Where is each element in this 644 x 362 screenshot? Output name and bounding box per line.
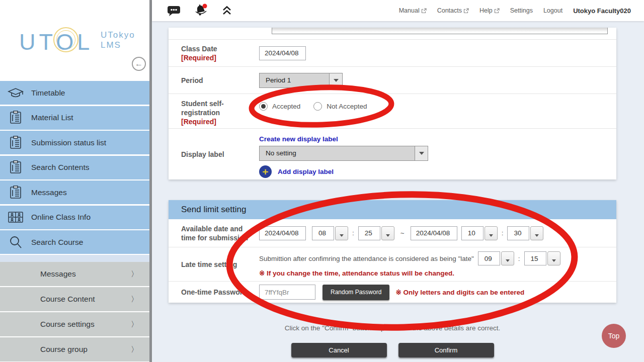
end-hour-input[interactable]: 10 [461,226,484,240]
manual-link[interactable]: Manual [399,7,427,14]
one-time-password-label: One-time Password [169,288,259,297]
radio-not-accepted-label: Not Accepted [327,103,367,110]
radio-not-accepted[interactable] [313,102,322,111]
sidebar-item-timetable[interactable]: Timetable [0,81,149,105]
magnifier-icon [0,235,31,249]
sidebar-item-online-class-info[interactable]: Online Class Info [0,206,149,229]
spinner-icon[interactable] [485,226,498,240]
display-label-select[interactable]: No setting [259,146,428,161]
external-link-icon [463,8,469,14]
password-note: ※ Only letters and digits can be entered [395,288,524,296]
start-date-input[interactable]: 2024/04/08 [259,226,306,240]
cancel-button[interactable]: Cancel [291,343,387,357]
spinner-icon[interactable] [381,226,394,240]
sidebar-submenu: Messages 〉 Course Content 〉 Course setti… [0,262,149,362]
one-time-password-input[interactable]: 7ffYfqBr [259,285,315,300]
late-hour-input[interactable]: 09 [478,251,500,265]
sidebar: UTOL UTokyo LMS ← Timetable Material Lis… [0,0,149,362]
class-info-form-card: Class Date [Required] 2024/04/08 Period … [169,28,616,179]
title-input-partial[interactable] [272,28,608,34]
sidebar-spacer [0,255,149,262]
plus-icon[interactable]: + [259,165,272,178]
end-hour-group: 10 [461,226,498,240]
radio-accepted[interactable] [259,102,268,111]
class-date-input[interactable]: 2024/04/08 [259,46,306,60]
required-tag: [Required] [181,53,259,62]
period-label: Period [169,76,259,85]
create-display-label-link[interactable]: Create new display label [259,135,616,143]
notification-bell-icon[interactable] [194,4,209,18]
spinner-icon[interactable] [530,226,543,240]
username: Utokyo Faculty020 [573,7,631,15]
send-limit-header: Send limit setting [169,200,616,219]
start-hour-input[interactable]: 08 [312,226,334,240]
period-row: Period Period 1 [169,66,616,94]
sidebar-item-label: Search Contents [31,163,89,172]
random-password-button[interactable]: Random Password [323,285,389,300]
start-minute-group: 25 [358,226,394,240]
late-time-note: ※ If you change the time, attendance sta… [259,269,616,277]
clipboard-icon [0,160,31,174]
late-time-text: Submittion after confimring the attendan… [259,255,474,262]
sidebar-item-material-list[interactable]: Material List [0,106,149,130]
one-time-password-row: One-time Password 7ffYfqBr Random Passwo… [169,281,616,303]
sidebar-item-course-group[interactable]: Course group 〉 [0,337,149,361]
chevron-right-icon: 〉 [131,269,138,279]
sidebar-item-label: Material List [31,113,73,122]
contacts-link[interactable]: Contacts [437,7,469,14]
sidebar-divider [149,0,152,362]
sidebar-item-submission-status-list[interactable]: Submission status list [0,131,149,154]
sidebar-item-messages[interactable]: Messages [0,180,149,204]
sidebar-item-search-contents[interactable]: Search Contents [0,156,149,179]
chevron-down-icon [415,146,428,160]
chat-icon[interactable] [167,5,181,17]
late-minute-input[interactable]: 15 [524,251,546,265]
double-chevron-up-icon[interactable] [222,6,232,16]
confirm-instruction: Click on the "Confirm" button to proceed… [169,324,616,332]
left-arrow-icon: ← [135,59,143,68]
late-time-row: Late time setting Submittion after confi… [169,247,616,281]
radio-accepted-label: Accepted [272,103,300,110]
sidebar-item-label: Timetable [31,88,65,98]
video-grid-icon [0,211,31,223]
end-minute-group: 30 [507,226,543,240]
clipboard-icon [0,111,31,125]
period-select[interactable]: Period 1 [259,73,343,88]
sidebar-item-course-content[interactable]: Course Content 〉 [0,287,149,311]
sidebar-item-course-settings[interactable]: Course settings 〉 [0,312,149,336]
settings-link[interactable]: Settings [510,7,533,14]
class-date-label: Class Date [Required] [169,44,259,62]
graduation-cap-icon [0,87,31,99]
late-time-label: Late time setting [169,260,259,269]
sidebar-item-label: Search Course [31,238,83,247]
sidebar-collapse-button[interactable]: ← [132,57,146,71]
end-minute-input[interactable]: 30 [507,226,529,240]
available-time-row: Available date and time for submission 2… [169,219,616,247]
required-tag: [Required] [181,117,259,126]
class-date-row: Class Date [Required] 2024/04/08 [169,39,616,66]
sidebar-item-search-course[interactable]: Search Course [0,230,149,254]
external-link-icon [421,8,427,14]
display-label-row: Display label Create new display label N… [169,128,616,179]
available-time-label: Available date and time for submission [169,224,259,242]
scroll-to-top-button[interactable]: Top [602,324,626,348]
sidebar-item-label: Messages [31,188,67,197]
logo-subtext: UTokyo LMS [101,30,135,50]
chevron-right-icon: 〉 [131,345,138,354]
sidebar-item-messages-group[interactable]: Messages 〉 [0,262,149,286]
spinner-icon[interactable] [547,251,560,265]
clipboard-icon [0,186,31,200]
help-link[interactable]: Help [479,7,500,14]
confirm-button[interactable]: Confirm [398,343,494,357]
display-label-label: Display label [169,150,259,159]
logout-link[interactable]: Logout [543,7,562,14]
sidebar-menu: Timetable Material List Submission statu… [0,81,149,255]
spinner-icon[interactable] [335,226,348,240]
sidebar-item-label: Online Class Info [31,213,91,222]
spinner-icon[interactable] [501,251,514,265]
start-minute-input[interactable]: 25 [358,226,380,240]
send-limit-card: Send limit setting Available date and ti… [169,200,616,303]
end-date-input[interactable]: 2024/04/08 [411,226,457,240]
add-display-label-link[interactable]: Add display label [278,168,334,175]
utol-logo: UTOL UTokyo LMS ← [0,0,149,80]
